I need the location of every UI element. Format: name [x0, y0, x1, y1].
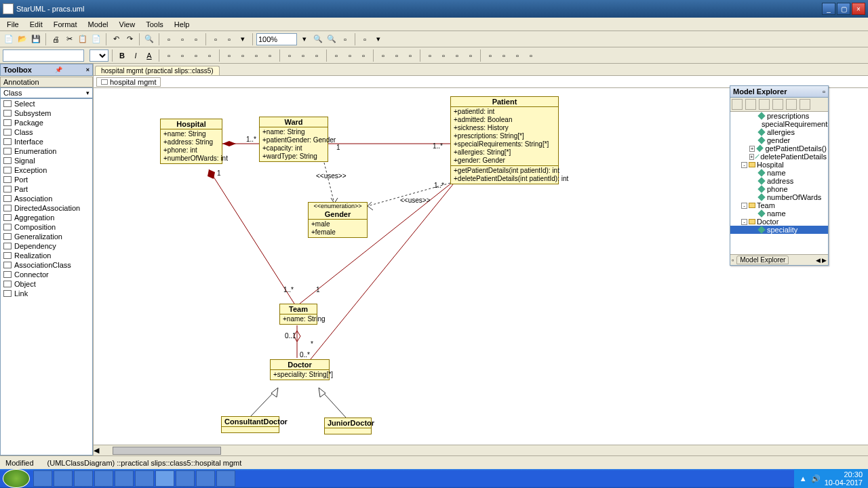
tool-icon[interactable]: ▫: [511, 49, 524, 62]
tool-icon[interactable]: [745, 99, 756, 110]
tool-icon[interactable]: ▫: [377, 49, 389, 62]
tool-icon[interactable]: ▫: [359, 33, 371, 45]
tray-icon[interactable]: ▲: [800, 474, 807, 483]
tool-icon[interactable]: ▫: [465, 49, 477, 62]
tree-node[interactable]: gender: [730, 136, 828, 144]
zoom-dd-icon[interactable]: ▾: [298, 33, 311, 45]
tree-node[interactable]: +deletePatientDetails: [730, 152, 828, 161]
toolbox-item-enumeration[interactable]: Enumeration: [1, 146, 92, 156]
copy-icon[interactable]: 📋: [77, 33, 89, 45]
menu-model[interactable]: Model: [83, 19, 114, 30]
tree-node[interactable]: specialRequirements: [730, 120, 828, 128]
toolbox-item-object[interactable]: Object: [1, 279, 92, 289]
class-hospital[interactable]: Hospital +name: String +address: String …: [160, 119, 222, 164]
expand-icon[interactable]: -: [741, 203, 747, 209]
pin-icon[interactable]: 📌: [55, 66, 62, 73]
tree-node[interactable]: address: [730, 177, 828, 185]
menu-tools[interactable]: Tools: [140, 19, 169, 30]
toolbox-item-directedassociation[interactable]: DirectedAssociation: [1, 203, 92, 213]
open-icon[interactable]: 📂: [16, 33, 28, 45]
class-juniordoctor[interactable]: JuniorDoctor: [324, 418, 372, 434]
sub-tab[interactable]: hospital mgmt: [96, 77, 161, 87]
tool-icon[interactable]: ▫: [424, 49, 436, 62]
underline-icon[interactable]: A: [143, 49, 155, 62]
taskbar-explorer-icon[interactable]: [54, 470, 73, 487]
tool-icon[interactable]: ▫: [283, 49, 296, 62]
class-ward[interactable]: Ward +name: String +patientGender: Gende…: [259, 117, 328, 162]
dropdown-icon[interactable]: ▾: [237, 33, 249, 45]
class-team[interactable]: Team +name: String: [279, 304, 317, 325]
tree-node[interactable]: allergies: [730, 128, 828, 136]
taskbar-app-icon[interactable]: [176, 470, 195, 487]
zoom-out-icon[interactable]: 🔍: [326, 33, 338, 45]
menu-help[interactable]: Help: [169, 19, 195, 30]
toolbox-category-class[interactable]: Class ▾: [0, 87, 93, 98]
bold-icon[interactable]: B: [116, 49, 128, 62]
redo-icon[interactable]: ↷: [123, 33, 136, 45]
tree-node[interactable]: name: [730, 169, 828, 177]
class-patient[interactable]: Patient +patientId: int +admitted: Boole…: [450, 96, 559, 184]
scroll-left-icon[interactable]: ◀: [94, 446, 99, 455]
toolbox-item-class[interactable]: Class: [1, 127, 92, 137]
tool-icon[interactable]: ▫: [223, 49, 235, 62]
class-doctor[interactable]: Doctor +speciality: String[*]: [270, 359, 330, 380]
toolbox-item-signal[interactable]: Signal: [1, 156, 92, 165]
tool-icon[interactable]: ▫: [297, 49, 309, 62]
scroll-left-icon[interactable]: ◀: [816, 257, 821, 264]
toolbox-item-realization[interactable]: Realization: [1, 251, 92, 260]
toolbox-item-exception[interactable]: Exception: [1, 165, 92, 175]
system-tray[interactable]: ▲ 🔊 20:30 10-04-2017: [794, 469, 868, 488]
dropdown-icon[interactable]: ▾: [86, 89, 90, 96]
find-icon[interactable]: 🔍: [143, 33, 155, 45]
tool-icon[interactable]: ▫: [498, 49, 510, 62]
tool-icon[interactable]: ▫: [357, 49, 370, 62]
tool-icon[interactable]: [786, 99, 797, 110]
toolbox-item-interface[interactable]: Interface: [1, 137, 92, 146]
tool-icon[interactable]: ▫: [437, 49, 450, 62]
paste-icon[interactable]: 📄: [90, 33, 102, 45]
tool-icon[interactable]: ▫: [330, 49, 342, 62]
tool-icon[interactable]: ▫: [223, 33, 235, 45]
close-icon[interactable]: ▫: [823, 87, 825, 96]
expand-icon[interactable]: -: [741, 162, 747, 168]
menu-format[interactable]: Format: [48, 19, 83, 30]
tree-node[interactable]: name: [730, 209, 828, 218]
taskbar-app-icon[interactable]: [196, 470, 215, 487]
tool-icon[interactable]: ▫: [163, 33, 175, 45]
tool-icon[interactable]: ▫: [484, 49, 496, 62]
tool-icon[interactable]: [800, 99, 810, 110]
tray-icon[interactable]: 🔊: [811, 474, 821, 483]
tree-node[interactable]: speciality: [730, 226, 828, 234]
tree-node[interactable]: prescriptions: [730, 112, 828, 120]
menu-edit[interactable]: Edit: [24, 19, 48, 30]
close-icon[interactable]: ×: [86, 66, 90, 73]
taskbar-media-icon[interactable]: [74, 470, 93, 487]
tool-icon[interactable]: ▫: [176, 33, 189, 45]
toolbox-section-annotation[interactable]: Annotation: [0, 77, 93, 87]
model-explorer-tab[interactable]: Model Explorer: [736, 256, 789, 264]
print-icon[interactable]: 🖨: [50, 33, 62, 45]
expand-icon[interactable]: +: [749, 154, 754, 160]
expand-icon[interactable]: -: [741, 219, 747, 225]
name-input[interactable]: [3, 49, 84, 62]
taskbar-ie-icon[interactable]: [33, 470, 52, 487]
toolbox-item-composition[interactable]: Composition: [1, 222, 92, 232]
save-icon[interactable]: 💾: [30, 33, 42, 45]
tool-icon[interactable]: ▫: [210, 33, 222, 45]
align-icon[interactable]: ▫: [163, 49, 175, 62]
model-explorer-tree[interactable]: prescriptionsspecialRequirementsallergie…: [730, 112, 828, 254]
tree-node[interactable]: -Hospital: [730, 161, 828, 169]
tool-icon[interactable]: ▫: [264, 49, 276, 62]
start-button[interactable]: [3, 469, 30, 488]
scroll-thumb[interactable]: [113, 447, 221, 455]
tab-diagram[interactable]: hospital mgmt (practical slips::class5): [95, 66, 220, 75]
taskbar-app-icon[interactable]: [94, 470, 113, 487]
toolbox-item-dependency[interactable]: Dependency: [1, 241, 92, 251]
class-consultantdoctor[interactable]: ConsultantDoctor: [221, 416, 279, 433]
tool-icon[interactable]: ▫: [311, 49, 323, 62]
toolbox-item-part[interactable]: Part: [1, 184, 92, 194]
tool-icon[interactable]: ▫: [344, 49, 356, 62]
zoom-input[interactable]: [256, 33, 297, 45]
class-gender[interactable]: <<enumeration>> Gender +male +female: [308, 202, 368, 238]
tool-icon[interactable]: ▫: [525, 49, 537, 62]
